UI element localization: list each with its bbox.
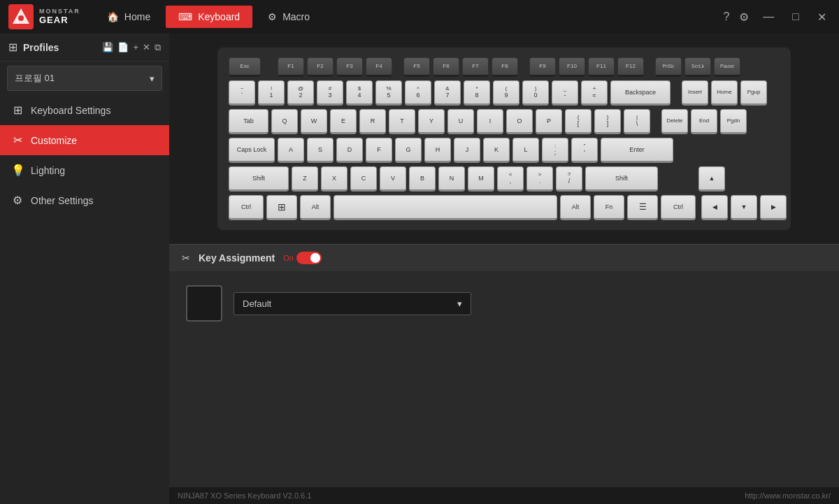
- key-semicolon[interactable]: : ;: [542, 138, 568, 163]
- key-left[interactable]: ◀: [701, 195, 728, 220]
- key-tab[interactable]: Tab: [229, 109, 268, 134]
- key-lbracket[interactable]: { [: [565, 109, 591, 134]
- help-button[interactable]: ?: [723, 10, 729, 23]
- key-esc[interactable]: Esc: [229, 57, 261, 77]
- key-f2[interactable]: F2: [307, 57, 334, 77]
- profile-saveas-icon[interactable]: 📄: [117, 42, 129, 52]
- key-period[interactable]: > .: [526, 166, 553, 192]
- maximize-button[interactable]: □: [788, 9, 803, 24]
- profile-copy-icon[interactable]: ⧉: [155, 42, 161, 53]
- key-u[interactable]: U: [447, 109, 474, 134]
- key-ralt[interactable]: Alt: [560, 195, 591, 220]
- key-s[interactable]: S: [307, 138, 334, 163]
- key-backspace[interactable]: Backspace: [610, 80, 671, 106]
- key-f4[interactable]: F4: [366, 57, 392, 77]
- key-f7[interactable]: F7: [462, 57, 489, 77]
- key-pgup[interactable]: Pgup: [740, 80, 767, 106]
- key-t[interactable]: T: [389, 109, 415, 134]
- key-2[interactable]: @ 2: [287, 80, 314, 106]
- key-lshift[interactable]: Shift: [229, 166, 289, 192]
- key-lwin[interactable]: ⊞: [266, 195, 297, 220]
- key-m[interactable]: M: [468, 166, 494, 192]
- key-up[interactable]: ▲: [698, 166, 725, 192]
- key-c[interactable]: C: [350, 166, 377, 192]
- key-pause[interactable]: Pause: [714, 57, 740, 77]
- key-f9[interactable]: F9: [529, 57, 556, 77]
- key-q[interactable]: Q: [271, 109, 298, 134]
- key-f[interactable]: F: [366, 138, 392, 163]
- profile-add-icon[interactable]: +: [133, 42, 138, 52]
- key-w[interactable]: W: [301, 109, 327, 134]
- key-f3[interactable]: F3: [336, 57, 363, 77]
- sidebar-item-customize[interactable]: ✂ Customize: [0, 125, 169, 155]
- key-prtsc[interactable]: PrtSc: [655, 57, 682, 77]
- key-minus[interactable]: _ -: [552, 80, 578, 106]
- tab-keyboard[interactable]: ⌨ Keyboard: [166, 6, 252, 28]
- key-l[interactable]: L: [512, 138, 539, 163]
- key-menu[interactable]: ☰: [627, 195, 658, 220]
- sidebar-item-other-settings[interactable]: ⚙ Other Settings: [0, 185, 169, 215]
- key-4[interactable]: $ 4: [346, 80, 373, 106]
- key-d[interactable]: D: [336, 138, 363, 163]
- key-rbracket[interactable]: } ]: [594, 109, 621, 134]
- key-j[interactable]: J: [454, 138, 480, 163]
- key-tilde[interactable]: ~ `: [229, 80, 255, 106]
- key-equals[interactable]: + =: [581, 80, 608, 106]
- key-7[interactable]: & 7: [434, 80, 461, 106]
- key-f10[interactable]: F10: [559, 57, 585, 77]
- key-backslash[interactable]: | \: [624, 109, 650, 134]
- key-scrlk[interactable]: ScrLk: [684, 57, 711, 77]
- minimize-button[interactable]: —: [759, 9, 778, 24]
- toggle-track[interactable]: [296, 252, 322, 264]
- key-9[interactable]: ( 9: [493, 80, 519, 106]
- key-lalt[interactable]: Alt: [300, 195, 331, 220]
- tab-home[interactable]: 🏠 Home: [94, 6, 163, 28]
- key-f8[interactable]: F8: [492, 57, 518, 77]
- key-right[interactable]: ▶: [760, 195, 787, 220]
- key-f11[interactable]: F11: [588, 57, 615, 77]
- key-capslock[interactable]: Caps Lock: [229, 138, 275, 163]
- sidebar-item-lighting[interactable]: 💡 Lighting: [0, 155, 169, 185]
- key-space[interactable]: [334, 195, 557, 220]
- key-1[interactable]: ! 1: [258, 80, 285, 106]
- key-enter[interactable]: Enter: [601, 138, 673, 163]
- assignment-dropdown[interactable]: Default ▾: [234, 292, 471, 315]
- key-6[interactable]: ^ 6: [405, 80, 431, 106]
- tab-macro[interactable]: ⚙ Macro: [255, 6, 322, 28]
- key-r[interactable]: R: [359, 109, 386, 134]
- settings-button[interactable]: ⚙: [739, 10, 749, 24]
- key-slash[interactable]: ? /: [556, 166, 582, 192]
- key-a[interactable]: A: [278, 138, 304, 163]
- key-3[interactable]: # 3: [317, 80, 343, 106]
- key-quote[interactable]: " ': [571, 138, 598, 163]
- key-rctrl[interactable]: Ctrl: [661, 195, 696, 220]
- key-comma[interactable]: < ,: [497, 166, 524, 192]
- key-z[interactable]: Z: [292, 166, 318, 192]
- key-v[interactable]: V: [380, 166, 406, 192]
- key-y[interactable]: Y: [418, 109, 445, 134]
- key-h[interactable]: H: [424, 138, 451, 163]
- key-b[interactable]: B: [409, 166, 436, 192]
- key-f6[interactable]: F6: [433, 57, 459, 77]
- profile-selector[interactable]: 프로필 01 ▾: [7, 66, 162, 91]
- key-f5[interactable]: F5: [403, 57, 430, 77]
- key-0[interactable]: ) 0: [522, 80, 549, 106]
- key-e[interactable]: E: [330, 109, 357, 134]
- close-button[interactable]: ✕: [813, 9, 831, 25]
- key-n[interactable]: N: [438, 166, 465, 192]
- key-pgdn[interactable]: Pgdn: [720, 109, 747, 134]
- key-fn[interactable]: Fn: [594, 195, 624, 220]
- key-k[interactable]: K: [483, 138, 510, 163]
- key-o[interactable]: O: [506, 109, 533, 134]
- key-f12[interactable]: F12: [617, 57, 644, 77]
- key-5[interactable]: % 5: [375, 80, 402, 106]
- key-x[interactable]: X: [321, 166, 347, 192]
- key-home[interactable]: Home: [711, 80, 738, 106]
- key-down[interactable]: ▼: [731, 195, 757, 220]
- key-lctrl[interactable]: Ctrl: [229, 195, 264, 220]
- key-8[interactable]: * 8: [464, 80, 490, 106]
- key-rshift[interactable]: Shift: [585, 166, 658, 192]
- key-f1[interactable]: F1: [278, 57, 304, 77]
- key-p[interactable]: P: [536, 109, 562, 134]
- key-delete[interactable]: Delete: [661, 109, 688, 134]
